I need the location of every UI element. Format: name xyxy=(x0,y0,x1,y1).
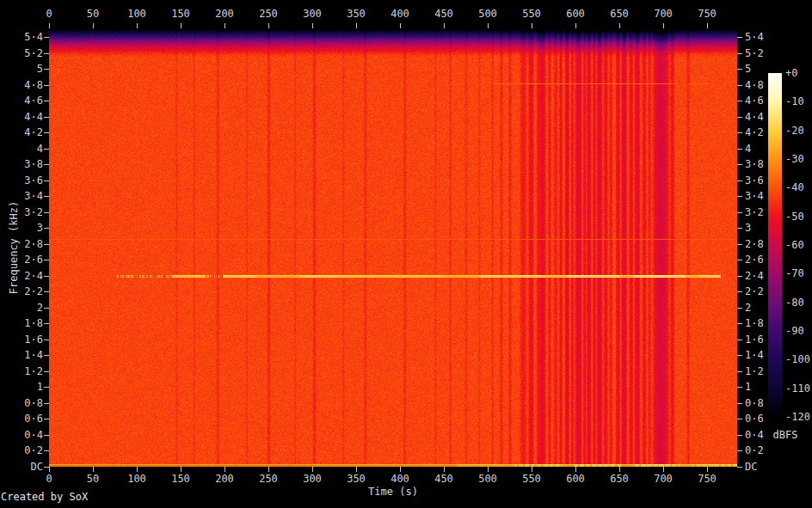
freq-tick-label: 4·4 xyxy=(745,111,764,123)
time-tick-label: 250 xyxy=(259,473,278,485)
freq-tick-label: 1 xyxy=(745,381,751,393)
tick-mark xyxy=(49,467,50,472)
time-tick-label: 300 xyxy=(303,473,322,485)
tick-mark xyxy=(737,291,742,292)
tick-mark xyxy=(737,387,742,388)
time-tick-label: 100 xyxy=(127,473,146,485)
time-tick-label: 250 xyxy=(259,8,278,20)
spectrogram-heatmap xyxy=(49,28,737,467)
tick-mark xyxy=(737,355,742,356)
tick-mark xyxy=(737,196,742,197)
freq-tick-label: 5·4 xyxy=(745,31,764,43)
tick-mark xyxy=(737,323,742,324)
time-tick-label: 600 xyxy=(566,473,585,485)
tick-mark xyxy=(575,467,576,472)
tick-mark xyxy=(268,23,269,28)
tick-mark xyxy=(44,291,49,292)
tick-mark xyxy=(737,132,742,133)
tick-mark xyxy=(737,371,742,372)
colorbar-tick-label: -70 xyxy=(785,267,804,279)
tick-mark xyxy=(663,467,664,472)
time-tick-label: 550 xyxy=(522,473,541,485)
tick-mark xyxy=(737,450,742,451)
tick-mark xyxy=(737,340,742,340)
freq-tick-label: 0·2 xyxy=(3,444,43,456)
freq-tick-label: 0·8 xyxy=(3,397,43,409)
tick-mark xyxy=(737,101,742,101)
tick-mark xyxy=(400,23,401,28)
freq-tick-label: 4 xyxy=(745,143,751,155)
tick-mark xyxy=(44,181,49,181)
colorbar-tick-label: -10 xyxy=(785,95,804,107)
tick-mark xyxy=(737,149,742,150)
tick-mark xyxy=(737,244,742,245)
tick-mark xyxy=(44,132,49,133)
freq-tick-label: DC xyxy=(745,461,757,473)
freq-tick-label: 3·4 xyxy=(745,190,764,202)
tick-mark xyxy=(225,467,225,472)
tick-mark xyxy=(532,23,532,28)
tick-mark xyxy=(663,23,664,28)
freq-axis-title: Frequency (kHz) xyxy=(8,119,20,376)
tick-mark xyxy=(737,69,742,70)
tick-mark xyxy=(707,467,708,472)
freq-tick-label: 0·6 xyxy=(745,413,764,425)
colorbar-tick-label: -60 xyxy=(785,239,804,251)
colorbar-tick-label: -80 xyxy=(785,297,804,309)
tick-mark xyxy=(532,467,532,472)
colorbar-tick-label: -20 xyxy=(785,125,804,137)
freq-tick-label: 2 xyxy=(745,302,751,314)
tick-mark xyxy=(444,467,445,472)
colorbar-tick-label: -30 xyxy=(785,153,804,165)
freq-tick-label: 5 xyxy=(745,63,751,75)
tick-mark xyxy=(737,181,742,181)
tick-mark xyxy=(737,164,742,165)
time-tick-label: 0 xyxy=(46,8,52,20)
tick-mark xyxy=(488,467,489,472)
colorbar-title: dBFS xyxy=(766,429,804,441)
tick-mark xyxy=(737,53,742,54)
tick-mark xyxy=(181,467,181,472)
time-tick-label: 450 xyxy=(434,8,453,20)
freq-tick-label: 3·2 xyxy=(745,206,764,218)
time-axis-title: Time (s) xyxy=(49,486,737,498)
tick-mark xyxy=(44,196,49,197)
colorbar-tick-label: +0 xyxy=(785,67,797,79)
time-tick-label: 500 xyxy=(478,8,497,20)
freq-tick-label: 1·8 xyxy=(745,317,764,329)
freq-tick-label: 0·4 xyxy=(3,429,43,441)
time-tick-label: 50 xyxy=(87,473,99,485)
time-tick-label: 200 xyxy=(215,473,234,485)
tick-mark xyxy=(44,450,49,451)
tick-mark xyxy=(44,419,49,419)
tick-mark xyxy=(312,467,313,472)
tick-mark xyxy=(44,403,49,404)
sox-credit: Created by SoX xyxy=(1,491,88,503)
freq-tick-label: 0·4 xyxy=(745,429,764,441)
freq-tick-label: 2·6 xyxy=(745,254,764,266)
colorbar-tick-label: -120 xyxy=(785,411,810,423)
tick-mark xyxy=(575,23,576,28)
tick-mark xyxy=(737,212,742,213)
tick-mark xyxy=(44,53,49,54)
tick-mark xyxy=(44,212,49,213)
tick-mark xyxy=(225,23,225,28)
tick-mark xyxy=(44,117,49,118)
time-tick-label: 550 xyxy=(522,8,541,20)
tick-mark xyxy=(44,37,49,38)
time-tick-label: 400 xyxy=(391,473,409,485)
time-tick-label: 600 xyxy=(566,8,585,20)
tick-mark xyxy=(356,467,357,472)
tick-mark xyxy=(444,23,445,28)
time-tick-label: 650 xyxy=(610,473,629,485)
tick-mark xyxy=(93,467,94,472)
freq-tick-label: 0·6 xyxy=(3,413,43,425)
tick-mark xyxy=(44,85,49,86)
tick-mark xyxy=(737,308,742,309)
freq-tick-label: 1·2 xyxy=(745,365,764,377)
colorbar-tick-label: -100 xyxy=(785,353,810,365)
freq-tick-label: 4·6 xyxy=(745,95,764,107)
tick-mark xyxy=(44,355,49,356)
tick-mark xyxy=(268,467,269,472)
tick-mark xyxy=(137,467,138,472)
